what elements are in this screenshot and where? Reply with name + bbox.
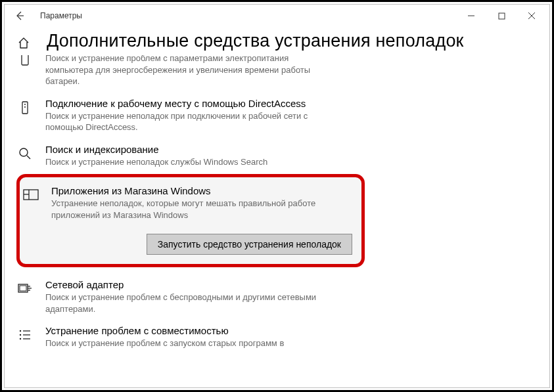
battery-icon bbox=[16, 55, 34, 68]
item-title: Устранение проблем с совместимостью bbox=[45, 325, 284, 336]
svg-point-9 bbox=[24, 106, 26, 108]
home-icon[interactable] bbox=[16, 36, 31, 51]
troubleshooter-item-search[interactable]: Поиск и индексирование Поиск и устранени… bbox=[16, 137, 534, 172]
server-icon bbox=[16, 99, 34, 116]
item-title: Приложения из Магазина Windows bbox=[51, 185, 334, 196]
search-icon bbox=[16, 145, 34, 162]
minimize-button[interactable] bbox=[456, 6, 486, 26]
svg-point-8 bbox=[24, 104, 26, 105]
network-adapter-icon bbox=[16, 280, 34, 297]
item-desc: Устранение неполадок, которые могут меша… bbox=[51, 198, 334, 221]
svg-point-10 bbox=[20, 148, 28, 156]
window-title: Параметры bbox=[40, 11, 82, 20]
svg-line-11 bbox=[27, 156, 30, 159]
troubleshooter-item-store-apps[interactable]: Приложения из Магазина Windows Устранени… bbox=[22, 183, 356, 225]
item-title: Сетевой адаптер bbox=[45, 279, 328, 290]
close-button[interactable] bbox=[517, 6, 547, 26]
run-troubleshooter-button[interactable]: Запустить средство устранения неполадок bbox=[147, 234, 352, 255]
troubleshooter-item-directaccess[interactable]: Подключение к рабочему месту с помощью D… bbox=[16, 91, 534, 137]
highlighted-troubleshooter: Приложения из Магазина Windows Устранени… bbox=[16, 174, 365, 267]
apps-icon bbox=[22, 186, 39, 204]
svg-point-24 bbox=[20, 338, 21, 339]
svg-rect-2 bbox=[499, 13, 505, 19]
titlebar: Параметры bbox=[5, 5, 549, 27]
troubleshooter-item-power[interactable]: Поиск и устранение проблем с параметрами… bbox=[16, 55, 534, 91]
item-desc: Поиск и устранение проблем с беспроводны… bbox=[45, 292, 328, 315]
svg-point-22 bbox=[20, 334, 21, 336]
page-title: Дополнительные средства устранения непол… bbox=[47, 31, 464, 51]
svg-point-20 bbox=[20, 330, 21, 332]
item-title: Подключение к рабочему месту с помощью D… bbox=[45, 98, 328, 109]
item-desc: Поиск и устранение проблем с параметрами… bbox=[45, 55, 328, 87]
item-desc: Поиск и устранение неполадок при подключ… bbox=[45, 110, 328, 133]
back-button[interactable] bbox=[10, 6, 30, 26]
item-desc: Поиск и устранение проблем с запуском ст… bbox=[45, 338, 284, 349]
item-desc: Поиск и устранение неполадок службы Wind… bbox=[45, 156, 267, 168]
maximize-button[interactable] bbox=[486, 6, 517, 26]
svg-rect-16 bbox=[20, 286, 26, 291]
list-icon bbox=[16, 326, 34, 343]
troubleshooter-item-network-adapter[interactable]: Сетевой адаптер Поиск и устранение пробл… bbox=[16, 272, 534, 318]
item-title: Поиск и индексирование bbox=[45, 144, 267, 155]
troubleshooter-item-compatibility[interactable]: Устранение проблем с совместимостью Поис… bbox=[16, 318, 534, 353]
svg-rect-5 bbox=[22, 55, 28, 65]
troubleshooter-list: Поиск и устранение проблем с параметрами… bbox=[5, 55, 549, 387]
